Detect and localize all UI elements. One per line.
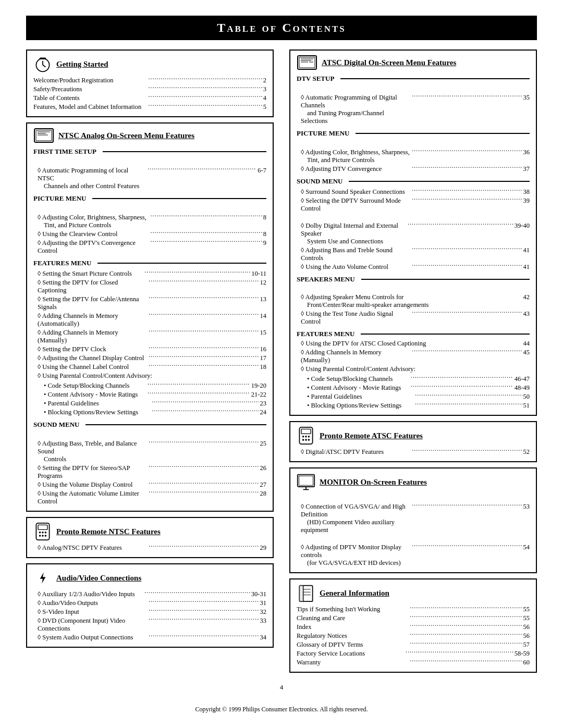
general-info-header: General Information <box>297 584 530 602</box>
monitor-header: MONITOR On-Screen Features <box>297 473 530 491</box>
atsc-entry: ◊ Using the DPTV for ATSC Closed Caption… <box>297 340 530 348</box>
ntsc-picture-menu-header: PICTURE MENU <box>33 194 266 203</box>
general-entry: Index 56 <box>297 622 530 631</box>
atsc-entry: ◊ Adding Channels in Memory (Manually) 4… <box>297 348 530 364</box>
atsc-sound-menu-header: SOUND MENU <box>297 177 530 186</box>
ntsc-title: NTSC Analog On-Screen Menu Features <box>58 131 194 140</box>
first-time-setup-header: FIRST TIME SETUP <box>33 147 266 156</box>
ntsc-entry: ◊ Adding Channels in Memory (Manually) 1… <box>33 328 266 344</box>
general-info-box: General Information Tips if Something Is… <box>289 578 537 673</box>
pronto-atsc-header: Pronto Remote ATSC Features <box>297 426 530 445</box>
atsc-header: ATSC Digital On-Screen Menu Features <box>297 55 530 70</box>
svg-rect-25 <box>301 429 311 434</box>
audio-video-header: Audio/Video Connections <box>33 569 266 587</box>
svg-point-30 <box>305 439 307 441</box>
general-entry: Regulatory Notices 56 <box>297 631 530 640</box>
ntsc-sound-menu-header: SOUND MENU <box>33 421 266 429</box>
clock-icon <box>33 55 52 73</box>
page-footer: Copyright © 1999 Philips Consumer Electr… <box>0 706 563 713</box>
pronto-ntsc-header: Pronto Remote NTSC Features <box>33 522 266 541</box>
ntsc-entry: ◊ Setting the DPTV for Closed Captioning… <box>33 278 266 294</box>
ntsc-entry: ◊ Setting the DPTV Clock 16 <box>33 344 266 353</box>
ntsc-entry: ◊ Using the Channel Label Control 18 <box>33 362 266 371</box>
atsc-parental-header: ◊ Using Parental Control/Content Advisor… <box>297 364 530 374</box>
general-entry: Factory Service Locations 58-59 <box>297 649 530 658</box>
pronto-atsc-entry: ◊ Digital/ATSC DPTV Features 52 <box>297 447 530 456</box>
audio-video-title: Audio/Video Connections <box>56 574 141 583</box>
ntsc-parental-header: ◊ Using Parental Control/Content Advisor… <box>33 371 266 381</box>
svg-point-15 <box>42 535 44 537</box>
svg-point-16 <box>45 535 47 537</box>
atsc-box: ATSC Digital On-Screen Menu Features DTV… <box>289 50 537 416</box>
ntsc-icon <box>33 128 54 143</box>
av-entry: ◊ System Audio Output Connections 34 <box>33 633 266 641</box>
ntsc-bullet: • Code Setup/Blocking Channels 19-20 <box>33 381 266 390</box>
svg-line-2 <box>43 65 45 67</box>
atsc-entry: ◊ Using the Auto Volume Control 41 <box>297 262 530 271</box>
ntsc-box: NTSC Analog On-Screen Menu Features FIRS… <box>26 122 274 512</box>
atsc-bullet: • Code Setup/Blocking Channels 46-47 <box>297 374 530 383</box>
atsc-bullet: • Content Advisory - Movie Ratings 48-49 <box>297 383 530 392</box>
ntsc-bullet: • Blocking Options/Review Settings 24 <box>33 408 266 416</box>
general-entry: Warranty 60 <box>297 658 530 667</box>
av-entry: ◊ Audio/Video Outputs 31 <box>33 598 266 607</box>
atsc-entry: ◊ Adjusting Color, Brightness, Sharpness… <box>297 139 530 164</box>
av-entry: ◊ S-Video Input 32 <box>33 607 266 616</box>
monitor-title: MONITOR On-Screen Features <box>320 478 427 487</box>
pronto-ntsc-title: Pronto Remote NTSC Features <box>56 527 161 536</box>
ntsc-header: NTSC Analog On-Screen Menu Features <box>33 128 266 143</box>
ntsc-entry: ◊ Adjusting Color, Brightness, Sharpness… <box>33 204 266 229</box>
atsc-entry: ◊ Surround Sound Speaker Connections 38 <box>297 187 530 196</box>
ntsc-bullet: • Content Advisory - Movie Ratings 21-22 <box>33 390 266 399</box>
toc-row: Welcome/Product Registration 2 <box>33 76 266 84</box>
av-entry: ◊ Auxiliary 1/2/3 Audio/Video Inputs 30-… <box>33 589 266 598</box>
left-column: Getting Started Welcome/Product Registra… <box>26 50 274 653</box>
page-title: Table of Contents <box>26 16 537 40</box>
av-entry: ◊ DVD (Component Input) Video Connection… <box>33 616 266 633</box>
page: Table of Contents Getting Started Wel <box>0 0 563 728</box>
svg-rect-42 <box>299 586 303 602</box>
book-icon <box>297 584 315 602</box>
atsc-bullet: • Parental Guidelines 50 <box>297 392 530 401</box>
toc-row: Features, Model and Cabinet Information … <box>33 102 266 111</box>
atsc-entry: ◊ Adjusting DTV Convergence 37 <box>297 164 530 173</box>
atsc-entry: ◊ Adjusting Bass and Treble Sound Contro… <box>297 245 530 262</box>
ntsc-entry: ◊ Adding Channels in Memory (Automatical… <box>33 311 266 328</box>
atsc-entry: ◊ Using the Test Tone Audio Signal Contr… <box>297 309 530 326</box>
svg-rect-33 <box>299 476 313 486</box>
svg-rect-10 <box>38 525 47 530</box>
ntsc-entry: ◊ Using the Automatic Volume Limiter Con… <box>33 489 266 505</box>
atsc-picture-menu-header: PICTURE MENU <box>297 129 530 138</box>
ntsc-entry: ◊ Adjusting Bass, Treble, and Balance So… <box>33 430 266 463</box>
monitor-icon <box>297 473 315 491</box>
ntsc-entry: ◊ Using the Volume Display Control 27 <box>33 480 266 489</box>
svg-point-13 <box>45 532 47 534</box>
monitor-entry: ◊ Connection of VGA/SVGA/ and High Defin… <box>297 493 530 534</box>
atsc-features-menu-header: FEATURES MENU <box>297 330 530 338</box>
svg-point-26 <box>302 436 304 438</box>
atsc-entry: ◊ Dolby Digital Internal and External Sp… <box>297 213 530 245</box>
pronto-atsc-icon <box>297 426 315 445</box>
pronto-ntsc-entry: ◊ Analog/NTSC DPTV Features 29 <box>33 543 266 552</box>
pronto-ntsc-icon <box>33 522 52 541</box>
general-entry: Tips if Something Isn't Working 55 <box>297 604 530 613</box>
atsc-entry: ◊ Adjusting Speaker Menu Controls forFro… <box>297 285 530 309</box>
atsc-entry: ◊ Selecting the DPTV Surround Mode Contr… <box>297 196 530 213</box>
ntsc-entry: ◊ Setting the Smart Picture Controls 10-… <box>33 269 266 278</box>
ntsc-bullet: • Parental Guidelines 23 <box>33 399 266 408</box>
toc-row: Safety/Precautions 3 <box>33 84 266 93</box>
monitor-entry: ◊ Adjusting of DPTV Monitor Display cont… <box>297 534 530 567</box>
svg-point-27 <box>305 436 307 438</box>
svg-rect-18 <box>298 56 316 69</box>
svg-point-11 <box>39 532 41 534</box>
svg-point-12 <box>42 532 44 534</box>
toc-row: Table of Contents 4 <box>33 93 266 102</box>
pronto-atsc-box: Pronto Remote ATSC Features ◊ Digital/AT… <box>289 421 537 462</box>
getting-started-header: Getting Started <box>33 55 266 73</box>
ntsc-entry: ◊ Using the Clearview Control 8 <box>33 229 266 238</box>
ntsc-entry: ◊ Adjusting the DPTV's Convergence Contr… <box>33 238 266 255</box>
svg-point-31 <box>308 439 310 441</box>
ntsc-entry: ◊ Setting the DPTV for Cable/Antenna Sig… <box>33 294 266 311</box>
content-columns: Getting Started Welcome/Product Registra… <box>26 50 537 678</box>
audio-video-box: Audio/Video Connections ◊ Auxiliary 1/2/… <box>26 563 274 648</box>
